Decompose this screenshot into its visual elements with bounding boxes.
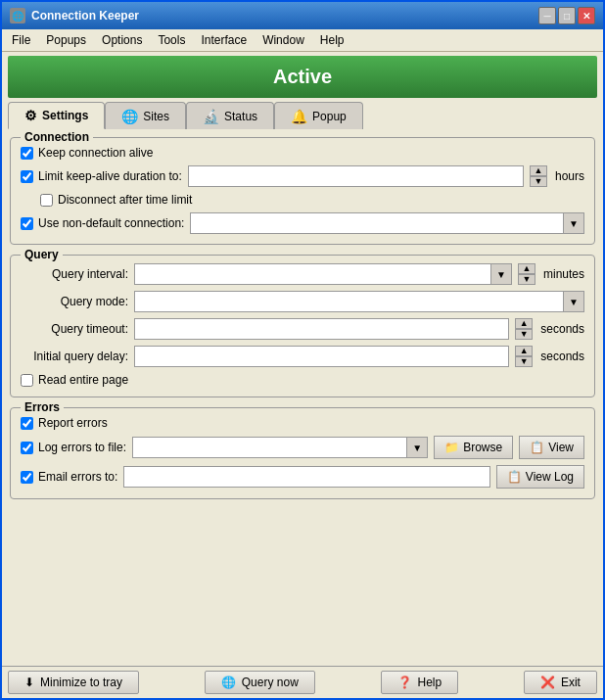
interval-label: Query interval: — [21, 267, 128, 281]
keep-alive-checkbox-label[interactable]: Keep connection alive — [21, 146, 153, 160]
disconnect-row: Disconnect after time limit — [21, 193, 584, 207]
query-group: Query Query interval: 1 ▼ ▲ ▼ minutes Qu… — [10, 255, 595, 397]
menu-popups[interactable]: Popups — [40, 31, 92, 49]
app-icon: 🌐 — [10, 8, 25, 23]
log-errors-checkbox-label[interactable]: Log errors to file: — [21, 441, 126, 454]
mode-dropdown-button[interactable]: ▼ — [563, 291, 584, 312]
view-log-button[interactable]: 📋 View Log — [496, 465, 584, 489]
timeout-input[interactable]: 15 — [134, 318, 509, 340]
view-log-icon: 📋 — [507, 470, 522, 484]
interval-increment-button[interactable]: ▲ — [518, 263, 535, 274]
interval-unit: minutes — [543, 267, 584, 281]
disconnect-checkbox-label[interactable]: Disconnect after time limit — [40, 193, 192, 207]
non-default-checkbox[interactable] — [21, 217, 33, 230]
window-title: Connection Keeper — [31, 9, 538, 23]
keep-alive-row: Keep connection alive — [21, 146, 584, 160]
restore-button[interactable]: □ — [558, 7, 576, 24]
tab-sites[interactable]: 🌐 Sites — [105, 102, 186, 129]
timeout-increment-button[interactable]: ▲ — [515, 318, 533, 329]
limit-increment-button[interactable]: ▲ — [530, 165, 547, 176]
exit-button[interactable]: ❌ Exit — [524, 671, 597, 694]
log-path-input[interactable]: c:\logs\conkeep.log — [132, 437, 406, 458]
menu-help[interactable]: Help — [314, 31, 350, 49]
connection-group: Connection Keep connection alive Limit k… — [10, 137, 595, 245]
title-bar: 🌐 Connection Keeper ─ □ ✕ — [2, 2, 603, 29]
initial-delay-increment-button[interactable]: ▲ — [515, 346, 533, 356]
timeout-unit: seconds — [540, 322, 584, 336]
log-errors-row: Log errors to file: c:\logs\conkeep.log … — [21, 436, 584, 459]
menu-tools[interactable]: Tools — [152, 31, 191, 49]
read-entire-checkbox[interactable] — [21, 374, 33, 387]
limit-value-input[interactable]: 1.5 — [188, 165, 524, 187]
view-icon: 📋 — [530, 441, 544, 454]
email-errors-checkbox-label[interactable]: Email errors to: — [21, 470, 117, 484]
query-now-button[interactable]: 🌐 Query now — [205, 671, 315, 694]
report-errors-checkbox[interactable] — [21, 417, 33, 430]
query-now-icon: 🌐 — [221, 676, 236, 689]
interval-decrement-button[interactable]: ▼ — [518, 274, 535, 285]
mode-dropdown-wrapper: Ordered URL ▼ — [134, 291, 584, 312]
minimize-to-tray-button[interactable]: ⬇ Minimize to tray — [8, 671, 139, 694]
status-tab-icon: 🔬 — [203, 109, 219, 124]
keep-alive-checkbox[interactable] — [21, 147, 33, 160]
limit-checkbox[interactable] — [21, 170, 33, 183]
timeout-decrement-button[interactable]: ▼ — [515, 329, 533, 340]
interval-dropdown-button[interactable]: ▼ — [490, 263, 512, 285]
mode-input[interactable]: Ordered URL — [134, 291, 563, 312]
tab-settings[interactable]: ⚙ Settings — [8, 102, 105, 129]
log-path-dropdown-wrapper: c:\logs\conkeep.log ▼ — [132, 437, 428, 458]
menu-interface[interactable]: Interface — [195, 31, 253, 49]
footer-bar: ⬇ Minimize to tray 🌐 Query now ❓ Help ❌ … — [2, 666, 603, 698]
connection-dropdown-button[interactable]: ▼ — [563, 212, 584, 234]
help-button[interactable]: ❓ Help — [381, 671, 459, 694]
connection-group-label: Connection — [21, 130, 93, 144]
tab-popup[interactable]: 🔔 Popup — [274, 102, 363, 129]
limit-spinner: ▲ ▼ — [530, 165, 547, 187]
window-controls: ─ □ ✕ — [538, 7, 595, 24]
limit-unit: hours — [555, 169, 584, 183]
errors-group-label: Errors — [21, 400, 64, 414]
menu-options[interactable]: Options — [96, 31, 148, 49]
read-entire-checkbox-label[interactable]: Read entire page — [21, 373, 128, 387]
content-area: Connection Keep connection alive Limit k… — [2, 129, 603, 666]
initial-delay-input[interactable]: 10 — [134, 346, 509, 367]
report-errors-checkbox-label[interactable]: Report errors — [21, 416, 108, 430]
errors-group: Errors Report errors Log errors to file:… — [10, 407, 595, 499]
close-button[interactable]: ✕ — [578, 7, 595, 24]
main-window: 🌐 Connection Keeper ─ □ ✕ File Popups Op… — [0, 0, 605, 700]
tab-status[interactable]: 🔬 Status — [186, 102, 274, 129]
minimize-button[interactable]: ─ — [538, 7, 556, 24]
email-errors-row: Email errors to: admin@example.com 📋 Vie… — [21, 465, 584, 489]
tab-bar: ⚙ Settings 🌐 Sites 🔬 Status 🔔 Popup — [8, 102, 597, 129]
menu-file[interactable]: File — [6, 31, 36, 49]
initial-delay-decrement-button[interactable]: ▼ — [515, 356, 533, 367]
initial-delay-unit: seconds — [540, 350, 584, 363]
query-group-label: Query — [21, 248, 63, 261]
initial-delay-spinner: ▲ ▼ — [515, 346, 533, 367]
disconnect-checkbox[interactable] — [40, 194, 53, 207]
popup-tab-icon: 🔔 — [291, 109, 307, 124]
interval-input[interactable]: 1 — [134, 263, 490, 285]
limit-checkbox-label[interactable]: Limit keep-alive duration to: — [21, 169, 182, 183]
email-errors-checkbox[interactable] — [21, 471, 33, 484]
non-default-row: Use non-default connection: AOL ▼ — [21, 212, 584, 234]
log-errors-checkbox[interactable] — [21, 442, 33, 454]
report-errors-row: Report errors — [21, 416, 584, 430]
limit-decrement-button[interactable]: ▼ — [530, 176, 547, 187]
menu-window[interactable]: Window — [256, 31, 310, 49]
exit-icon: ❌ — [540, 676, 555, 689]
menu-bar: File Popups Options Tools Interface Wind… — [2, 29, 603, 52]
timeout-label: Query timeout: — [21, 322, 128, 336]
email-input[interactable]: admin@example.com — [123, 466, 489, 488]
non-default-checkbox-label[interactable]: Use non-default connection: — [21, 216, 184, 230]
help-icon: ❓ — [397, 676, 412, 689]
view-button[interactable]: 📋 View — [519, 436, 584, 459]
active-status-bar: Active — [8, 56, 597, 98]
browse-button[interactable]: 📁 Browse — [434, 436, 513, 459]
connection-value-input[interactable]: AOL — [190, 212, 563, 234]
timeout-row: Query timeout: 15 ▲ ▼ seconds — [21, 318, 584, 340]
connection-dropdown-wrapper: AOL ▼ — [190, 212, 584, 234]
limit-row: Limit keep-alive duration to: 1.5 ▲ ▼ ho… — [21, 165, 584, 187]
mode-row: Query mode: Ordered URL ▼ — [21, 291, 584, 312]
log-path-dropdown-button[interactable]: ▼ — [406, 437, 428, 458]
